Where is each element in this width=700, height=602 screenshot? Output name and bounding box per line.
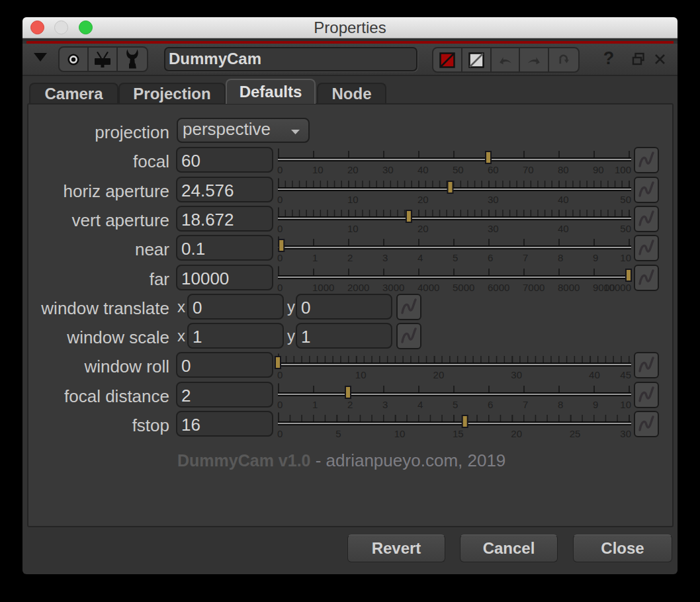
svg-text:0: 0 — [277, 223, 283, 234]
svg-text:20: 20 — [347, 164, 359, 175]
svg-text:1000: 1000 — [312, 282, 334, 293]
svg-text:0: 0 — [277, 194, 283, 205]
svg-text:4: 4 — [417, 399, 423, 410]
svg-text:6: 6 — [488, 399, 493, 410]
svg-text:10: 10 — [312, 164, 324, 175]
svg-text:50: 50 — [620, 194, 631, 205]
svg-text:10: 10 — [347, 223, 359, 234]
svg-text:100: 100 — [615, 164, 631, 175]
svg-text:60: 60 — [488, 164, 499, 175]
svg-text:1: 1 — [312, 399, 318, 410]
svg-text:30: 30 — [382, 164, 394, 175]
svg-text:10: 10 — [620, 399, 631, 410]
svg-text:9: 9 — [593, 252, 598, 263]
svg-text:30: 30 — [488, 194, 499, 205]
svg-text:1: 1 — [312, 252, 318, 263]
svg-text:10: 10 — [620, 252, 631, 263]
svg-text:8: 8 — [558, 252, 563, 263]
svg-text:0: 0 — [277, 428, 283, 439]
svg-text:9: 9 — [593, 399, 598, 410]
svg-text:50: 50 — [453, 164, 464, 175]
svg-text:5000: 5000 — [453, 282, 474, 293]
svg-text:10: 10 — [355, 369, 367, 380]
svg-text:40: 40 — [558, 194, 569, 205]
svg-text:4000: 4000 — [417, 282, 439, 293]
svg-text:30: 30 — [620, 428, 631, 439]
svg-text:2: 2 — [347, 399, 353, 410]
svg-text:10: 10 — [347, 194, 359, 205]
svg-text:0: 0 — [277, 282, 283, 293]
svg-text:4: 4 — [417, 252, 423, 263]
svg-text:90: 90 — [593, 164, 604, 175]
svg-text:7000: 7000 — [523, 282, 545, 293]
svg-text:5: 5 — [453, 252, 458, 263]
svg-text:0: 0 — [277, 252, 283, 263]
svg-text:30: 30 — [511, 369, 522, 380]
svg-text:3: 3 — [382, 252, 388, 263]
svg-text:15: 15 — [453, 428, 464, 439]
svg-text:6: 6 — [488, 252, 493, 263]
svg-text:5: 5 — [335, 428, 341, 439]
svg-text:40: 40 — [589, 369, 600, 380]
svg-text:6000: 6000 — [488, 282, 509, 293]
svg-text:0: 0 — [277, 164, 283, 175]
svg-text:70: 70 — [523, 164, 534, 175]
svg-text:20: 20 — [417, 194, 429, 205]
svg-text:3: 3 — [382, 399, 388, 410]
svg-text:0: 0 — [277, 369, 283, 380]
svg-text:7: 7 — [523, 399, 528, 410]
svg-text:8000: 8000 — [558, 282, 580, 293]
svg-text:30: 30 — [488, 223, 499, 234]
svg-text:0: 0 — [277, 399, 283, 410]
svg-text:20: 20 — [511, 428, 522, 439]
svg-text:5: 5 — [453, 399, 458, 410]
svg-text:10000: 10000 — [603, 282, 631, 293]
svg-text:7: 7 — [523, 252, 528, 263]
svg-text:10: 10 — [394, 428, 406, 439]
svg-text:50: 50 — [620, 223, 631, 234]
svg-text:2000: 2000 — [347, 282, 369, 293]
svg-text:20: 20 — [417, 223, 429, 234]
svg-text:8: 8 — [558, 399, 563, 410]
svg-text:40: 40 — [558, 223, 569, 234]
svg-text:2: 2 — [347, 252, 353, 263]
svg-text:80: 80 — [558, 164, 569, 175]
svg-text:40: 40 — [417, 164, 429, 175]
svg-text:3000: 3000 — [382, 282, 404, 293]
svg-text:20: 20 — [433, 369, 445, 380]
svg-text:25: 25 — [570, 428, 581, 439]
svg-text:45: 45 — [620, 369, 631, 380]
